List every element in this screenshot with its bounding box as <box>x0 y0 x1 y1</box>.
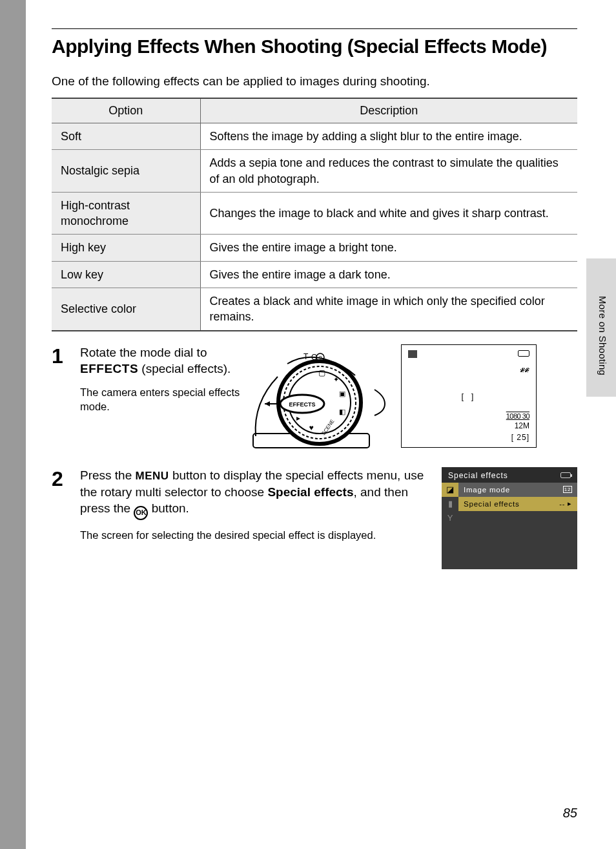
battery-icon <box>560 472 571 478</box>
sidebar-movie-icon: ▮ <box>442 497 458 511</box>
desc-cell: Creates a black and white image in which… <box>200 288 577 331</box>
focus-brackets: [ ] <box>462 392 477 401</box>
table-row: High key Gives the entire image a bright… <box>52 235 577 261</box>
intro-text: One of the following effects can be appl… <box>52 74 577 89</box>
special-effects-value: -- <box>559 500 565 508</box>
step2-text: Press the MENU button to display the spe… <box>80 467 431 520</box>
af-indicator: ⸙⸙ <box>520 364 529 374</box>
effects-table: Option Description Soft Softens the imag… <box>52 98 577 331</box>
effects-word: EFFECTS <box>80 362 138 375</box>
svg-text:EFFECTS: EFFECTS <box>289 401 315 408</box>
svg-text:T: T <box>303 352 309 361</box>
opt-cell: High-contrast monochrome <box>52 192 200 235</box>
step2-a: Press the <box>80 468 136 482</box>
section-tab-label: More on Shooting <box>597 296 608 375</box>
step-number: 2 <box>52 467 68 489</box>
step2-sub: The screen for selecting the desired spe… <box>80 528 431 542</box>
desc-cell: Gives the entire image a dark tone. <box>200 261 577 288</box>
movie-setting: 1080 30 <box>506 412 529 420</box>
step-1: 1 Rotate the mode dial to EFFECTS (speci… <box>52 344 577 454</box>
opt-cell: High key <box>52 235 200 261</box>
desc-cell: Adds a sepia tone and reduces the contra… <box>200 150 577 193</box>
table-row: Nostalgic sepia Adds a sepia tone and re… <box>52 150 577 193</box>
menu-item-special-effects: Special effects -- ▸ <box>458 497 577 511</box>
svg-text:?: ? <box>318 355 322 361</box>
image-mode-value-icon: 12 <box>563 486 572 493</box>
heading-rule <box>52 28 577 29</box>
step1-sub: The camera enters special effects mode. <box>80 385 241 414</box>
opt-cell: Low key <box>52 261 200 288</box>
svg-text:▢: ▢ <box>318 368 325 377</box>
svg-text:▸: ▸ <box>296 414 300 423</box>
sidebar-setup-icon: Y <box>442 511 458 525</box>
opt-cell: Selective color <box>52 288 200 331</box>
mode-icon <box>408 350 417 358</box>
image-quality: 12M <box>515 421 529 430</box>
step2-bold: Special effects <box>267 485 353 499</box>
menu-item-label: Image mode <box>464 486 510 494</box>
battery-icon <box>518 350 529 357</box>
svg-text:◧: ◧ <box>339 408 345 415</box>
svg-text:✦: ✦ <box>333 375 339 383</box>
step1-line-b: (special effects). <box>138 362 231 375</box>
desc-cell: Changes the image to black and white and… <box>200 192 577 235</box>
table-row: Low key Gives the entire image a dark to… <box>52 261 577 288</box>
opt-cell: Soft <box>52 123 200 150</box>
step1-text: Rotate the mode dial to EFFECTS (special… <box>80 344 241 377</box>
ok-icon: OK <box>134 506 148 520</box>
sidebar-shooting-icon: ◪ <box>442 483 458 497</box>
col-option: Option <box>52 98 200 123</box>
svg-text:▣: ▣ <box>339 390 345 397</box>
menu-title-text: Special effects <box>448 471 508 480</box>
table-row: Selective color Creates a black and whit… <box>52 288 577 331</box>
menu-word: MENU <box>136 470 169 482</box>
shots-remaining: [ 25] <box>511 433 529 442</box>
table-row: High-contrast monochrome Changes the ima… <box>52 192 577 235</box>
step1-line-a: Rotate the mode dial to <box>80 346 207 359</box>
menu-sidebar: ◪ ▮ Y <box>442 483 458 568</box>
menu-item-image-mode: Image mode 12 <box>458 483 577 497</box>
page-number: 85 <box>563 806 577 821</box>
page-title: Applying Effects When Shooting (Special … <box>52 36 577 58</box>
menu-screenshot: Special effects ◪ ▮ Y Image mod <box>442 467 577 569</box>
chevron-right-icon: ▸ <box>568 499 572 508</box>
step2-d: button. <box>148 501 189 515</box>
col-description: Description <box>200 98 577 123</box>
menu-header: Special effects <box>442 467 577 483</box>
svg-text:♥: ♥ <box>309 423 313 432</box>
lcd-preview: ⸙⸙ [ ] 1080 30 12M [ 25] <box>401 344 537 448</box>
menu-item-label: Special effects <box>464 500 520 508</box>
table-row: Soft Softens the image by adding a sligh… <box>52 123 577 150</box>
opt-cell: Nostalgic sepia <box>52 150 200 193</box>
step-number: 1 <box>52 344 68 366</box>
mode-dial-illustration: ▢ ✦ ▣ ◧ SCENE ♥ ▸ EFFECTS <box>252 344 391 454</box>
desc-cell: Gives the entire image a bright tone. <box>200 235 577 261</box>
step-2: 2 Press the MENU button to display the s… <box>52 467 577 569</box>
desc-cell: Softens the image by adding a slight blu… <box>200 123 577 150</box>
